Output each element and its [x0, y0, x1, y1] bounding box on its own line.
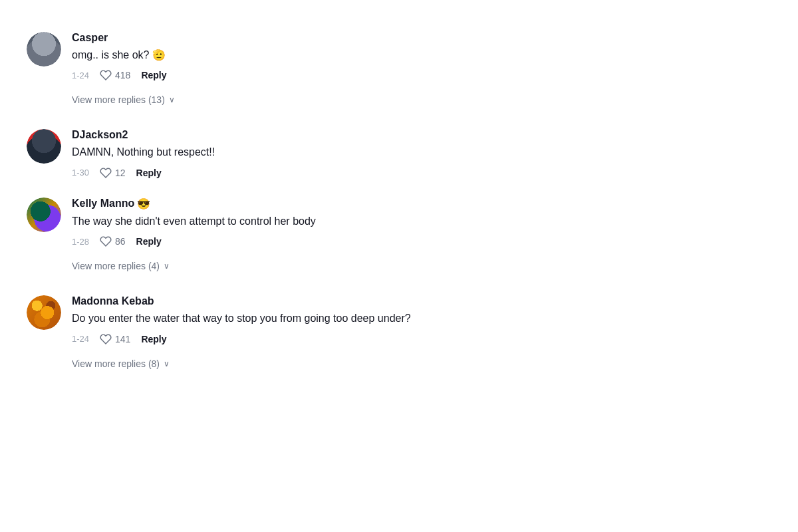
- avatar: [27, 295, 61, 330]
- comment-text: Do you enter the water that way to stop …: [72, 311, 771, 326]
- chevron-down-icon: ∨: [164, 359, 170, 368]
- comment-text: omg.. is she ok? 🫡: [72, 48, 771, 63]
- comment-item: Kelly Manno 😎 The way she didn't even at…: [27, 186, 771, 254]
- username-text: Casper: [72, 32, 108, 44]
- comment-date: 1-28: [72, 237, 89, 247]
- likes-count: 86: [115, 236, 126, 247]
- comments-list: Casper omg.. is she ok? 🫡 1-24 418 Reply…: [27, 20, 771, 381]
- comment-date: 1-24: [72, 334, 89, 344]
- username-text: Kelly Manno: [72, 198, 134, 209]
- view-more-replies-button[interactable]: View more replies (8) ∨: [72, 358, 170, 369]
- comment-date: 1-24: [72, 70, 89, 80]
- username-text: DJackson2: [72, 129, 128, 141]
- comment-item: Casper omg.. is she ok? 🫡 1-24 418 Reply: [27, 20, 771, 88]
- chevron-down-icon: ∨: [169, 95, 175, 104]
- comment-likes: 418: [100, 69, 130, 81]
- heart-icon[interactable]: [100, 333, 112, 345]
- comment-content: Kelly Manno 😎 The way she didn't even at…: [72, 198, 771, 247]
- comment-content: Casper omg.. is she ok? 🫡 1-24 418 Reply: [72, 32, 771, 81]
- comment-likes: 141: [100, 333, 130, 345]
- comment-item: Madonna Kebab Do you enter the water tha…: [27, 283, 771, 351]
- view-more-replies: View more replies (8) ∨: [72, 352, 771, 381]
- comment-username: DJackson2: [72, 129, 771, 141]
- view-more-replies-button[interactable]: View more replies (13) ∨: [72, 94, 175, 105]
- avatar: [27, 129, 61, 164]
- heart-icon[interactable]: [100, 167, 112, 179]
- username-emoji: 😎: [137, 198, 150, 210]
- view-more-replies-button[interactable]: View more replies (4) ∨: [72, 261, 170, 271]
- view-more-replies: View more replies (13) ∨: [72, 88, 771, 117]
- comment-meta: 1-30 12 Reply: [72, 167, 771, 179]
- comment-username: Kelly Manno 😎: [72, 198, 771, 210]
- comment-likes: 86: [100, 235, 126, 247]
- comment-text: The way she didn't even attempt to contr…: [72, 214, 771, 229]
- view-more-label: View more replies (13): [72, 94, 165, 105]
- comment-content: DJackson2 DAMNN, Nothing but respect!! 1…: [72, 129, 771, 178]
- avatar: [27, 198, 61, 232]
- comment-meta: 1-28 86 Reply: [72, 235, 771, 247]
- comment-username: Casper: [72, 32, 771, 44]
- avatar: [27, 32, 61, 66]
- heart-icon[interactable]: [100, 235, 112, 247]
- likes-count: 418: [115, 70, 130, 80]
- username-text: Madonna Kebab: [72, 295, 154, 307]
- view-more-label: View more replies (4): [72, 261, 160, 271]
- comment-content: Madonna Kebab Do you enter the water tha…: [72, 295, 771, 344]
- comment-meta: 1-24 141 Reply: [72, 333, 771, 345]
- comment-likes: 12: [100, 167, 126, 179]
- comment-text: DAMNN, Nothing but respect!!: [72, 145, 771, 160]
- view-more-label: View more replies (8): [72, 358, 160, 369]
- comment-item: DJackson2 DAMNN, Nothing but respect!! 1…: [27, 117, 771, 185]
- reply-button[interactable]: Reply: [141, 334, 166, 344]
- chevron-down-icon: ∨: [164, 261, 170, 271]
- likes-count: 12: [115, 168, 126, 178]
- view-more-replies: View more replies (4) ∨: [72, 254, 771, 283]
- comment-username: Madonna Kebab: [72, 295, 771, 307]
- comment-date: 1-30: [72, 168, 89, 178]
- reply-button[interactable]: Reply: [141, 70, 166, 80]
- likes-count: 141: [115, 334, 130, 344]
- heart-icon[interactable]: [100, 69, 112, 81]
- reply-button[interactable]: Reply: [136, 168, 162, 178]
- comment-meta: 1-24 418 Reply: [72, 69, 771, 81]
- reply-button[interactable]: Reply: [136, 236, 162, 247]
